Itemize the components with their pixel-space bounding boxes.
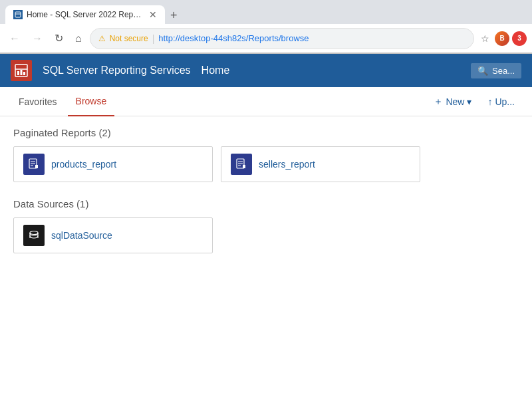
tab-bar: Home - SQL Server 2022 Reporti... ✕ + xyxy=(0,0,532,24)
svg-rect-4 xyxy=(17,71,19,75)
app-logo xyxy=(11,60,32,81)
data-sources-section-title: Data Sources (1) xyxy=(13,198,519,209)
toolbar: Favorites Browse ＋ New ▾ ↑ Up... xyxy=(0,87,532,116)
svg-point-15 xyxy=(30,231,38,235)
forward-button[interactable]: → xyxy=(28,30,47,47)
chevron-down-icon: ▾ xyxy=(467,96,471,107)
report-icon-products xyxy=(23,154,45,175)
browse-tab[interactable]: Browse xyxy=(68,87,115,116)
report-name-sellers: sellers_report xyxy=(259,159,315,170)
tab-close-button[interactable]: ✕ xyxy=(149,10,157,19)
search-icon: 🔍 xyxy=(477,66,488,76)
search-box[interactable]: 🔍 Sea... xyxy=(471,63,521,78)
refresh-button[interactable]: ↻ xyxy=(51,29,67,47)
not-secure-text: Not secure xyxy=(110,34,148,43)
back-button[interactable]: ← xyxy=(5,30,24,47)
search-placeholder: Sea... xyxy=(492,66,515,76)
new-label: New xyxy=(446,96,464,107)
brave-icon[interactable]: B xyxy=(495,31,509,46)
new-tab-button[interactable]: + xyxy=(165,9,183,23)
favorites-tab[interactable]: Favorites xyxy=(11,87,65,116)
paginated-reports-grid: products_report sellers_report xyxy=(13,146,519,182)
upload-button[interactable]: ↑ Up... xyxy=(481,92,521,111)
svg-rect-6 xyxy=(23,72,25,75)
tab-title: Home - SQL Server 2022 Reporti... xyxy=(27,10,145,19)
upload-label: Up... xyxy=(495,96,515,107)
bookmark-button[interactable]: ☆ xyxy=(478,31,492,47)
plus-icon: ＋ xyxy=(434,96,443,108)
paginated-reports-section-title: Paginated Reports (2) xyxy=(13,127,519,138)
lock-icon: ⚠ xyxy=(98,34,106,43)
content: Paginated Reports (2) products_report xyxy=(0,116,532,280)
address-text[interactable]: http://desktop-44sh82s/Reports/browse xyxy=(158,33,466,43)
new-button[interactable]: ＋ New ▾ xyxy=(427,92,478,112)
datasource-card-sql[interactable]: sqlDataSource xyxy=(13,217,213,253)
report-icon-sellers xyxy=(231,154,252,175)
datasource-name-sql: sqlDataSource xyxy=(51,230,112,241)
address-actions: ☆ B 3 xyxy=(478,31,527,47)
app-header: SQL Server Reporting Services Home 🔍 Sea… xyxy=(0,54,532,87)
home-button[interactable]: ⌂ xyxy=(71,30,86,47)
data-sources-grid: sqlDataSource xyxy=(13,217,519,253)
upload-icon: ↑ xyxy=(487,96,492,107)
notification-badge[interactable]: 3 xyxy=(512,31,527,46)
address-bar: ← → ↻ ⌂ ⚠ Not secure | http://desktop-44… xyxy=(0,24,532,53)
browser-chrome: Home - SQL Server 2022 Reporti... ✕ + ← … xyxy=(0,0,532,54)
report-card-sellers[interactable]: sellers_report xyxy=(221,146,420,182)
svg-rect-5 xyxy=(21,70,23,75)
report-name-products: products_report xyxy=(51,159,116,170)
svg-rect-0 xyxy=(15,12,21,17)
active-tab[interactable]: Home - SQL Server 2022 Reporti... ✕ xyxy=(5,5,165,24)
app-page-title: Home xyxy=(201,65,230,76)
tab-favicon xyxy=(13,10,23,19)
report-card-products[interactable]: products_report xyxy=(13,146,213,182)
address-input-wrap[interactable]: ⚠ Not secure | http://desktop-44sh82s/Re… xyxy=(90,28,474,49)
app-title: SQL Server Reporting Services xyxy=(43,65,191,76)
datasource-icon-sql xyxy=(23,225,45,246)
